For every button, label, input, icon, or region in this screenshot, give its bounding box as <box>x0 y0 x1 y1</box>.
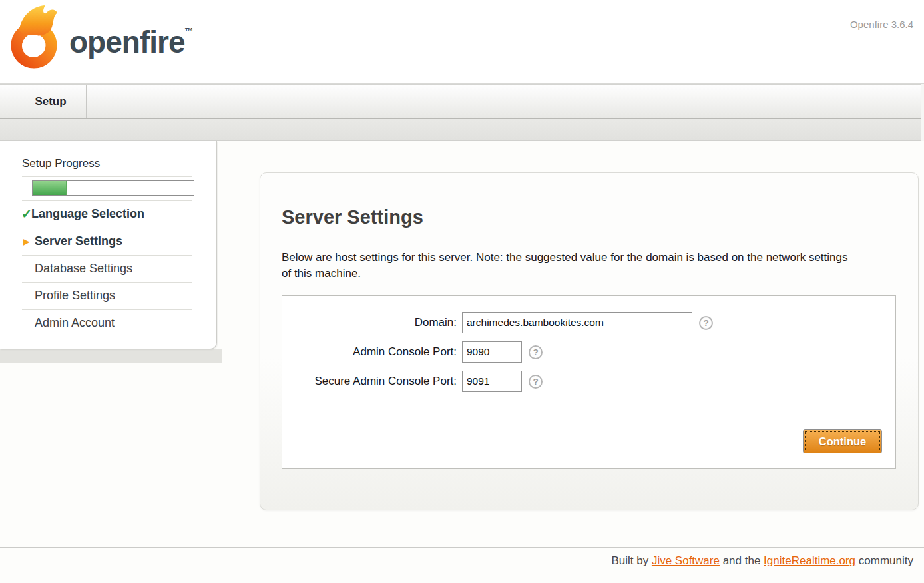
trademark-symbol: ™ <box>184 26 193 36</box>
subnav-band <box>0 119 924 141</box>
form-row-admin-port: Admin Console Port: ? <box>282 341 895 363</box>
version-text: Openfire 3.6.4 <box>850 19 913 30</box>
check-icon: ✓ <box>21 206 32 222</box>
footer-credits: Built by Jive Software and the IgniteRea… <box>611 554 913 568</box>
continue-button[interactable]: Continue <box>803 429 882 453</box>
help-icon[interactable]: ? <box>529 375 543 389</box>
secure-admin-console-port-label: Secure Admin Console Port: <box>282 375 462 388</box>
setup-progress-title: Setup Progress <box>22 157 192 177</box>
main-content-panel: Server Settings Below are host settings … <box>260 172 919 510</box>
step-label: Server Settings <box>35 234 122 248</box>
help-icon[interactable]: ? <box>529 345 543 359</box>
secure-admin-console-port-input[interactable] <box>462 371 522 392</box>
tab-bar: Setup <box>0 84 924 119</box>
step-label: Profile Settings <box>35 289 115 302</box>
step-admin-account: Admin Account <box>22 310 192 337</box>
footer-middle: and the <box>720 554 764 567</box>
page-description: Below are host settings for this server.… <box>282 250 857 282</box>
progress-fill <box>33 181 67 195</box>
openfire-logo-icon <box>9 4 65 73</box>
admin-console-port-input[interactable] <box>462 341 522 363</box>
scrollbar-track <box>921 84 924 141</box>
sidebar-bottom-strip <box>0 349 222 363</box>
step-label: Language Selection <box>31 207 144 220</box>
form-row-domain: Domain: ? <box>282 312 895 333</box>
step-label: Database Settings <box>35 262 132 275</box>
domain-input[interactable] <box>462 312 692 333</box>
footer-divider <box>0 547 924 548</box>
header: openfire™ Openfire 3.6.4 <box>0 0 924 84</box>
footer-prefix: Built by <box>611 554 651 567</box>
progress-bar <box>32 180 194 196</box>
jive-software-link[interactable]: Jive Software <box>652 554 720 567</box>
server-settings-form: Domain: ? Admin Console Port: ? Secure A… <box>282 295 896 469</box>
step-label: Admin Account <box>35 316 115 329</box>
setup-progress-panel: Setup Progress ✓ Language Selection ▶ Se… <box>0 141 217 349</box>
domain-label: Domain: <box>282 316 462 329</box>
page-title: Server Settings <box>282 206 423 228</box>
setup-steps-list: ✓ Language Selection ▶ Server Settings D… <box>22 200 192 337</box>
help-icon[interactable]: ? <box>699 316 713 330</box>
step-language-selection: ✓ Language Selection <box>22 201 192 228</box>
igniterealtime-link[interactable]: IgniteRealtime.org <box>764 554 855 567</box>
tab-setup[interactable]: Setup <box>15 85 87 118</box>
logo-wordmark: openfire™ <box>69 24 193 60</box>
form-row-secure-admin-port: Secure Admin Console Port: ? <box>282 371 895 392</box>
footer-suffix: community <box>855 554 913 567</box>
step-profile-settings: Profile Settings <box>22 283 192 310</box>
arrow-right-icon: ▶ <box>23 237 29 246</box>
sidebar-column: Setup Progress ✓ Language Selection ▶ Se… <box>0 141 222 363</box>
step-server-settings: ▶ Server Settings <box>22 228 192 256</box>
step-database-settings: Database Settings <box>22 256 192 283</box>
admin-console-port-label: Admin Console Port: <box>282 345 462 359</box>
